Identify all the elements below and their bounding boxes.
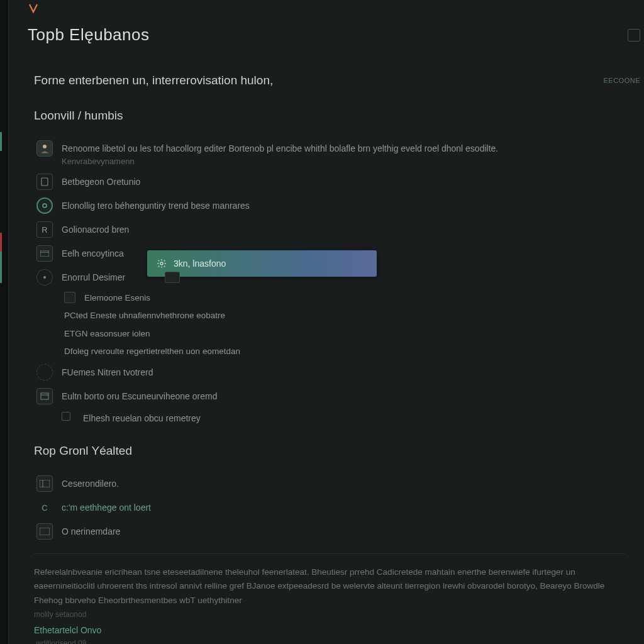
subheader-badge: EECOONE (603, 77, 640, 84)
checkbox-icon (64, 292, 75, 303)
list-item[interactable]: Ceserondilero. (36, 472, 625, 496)
footer-paragraph: Referelalnbveanie ericrihean tsne etesee… (9, 554, 644, 608)
list-item[interactable]: FUemes Nitren tvotrerd (36, 360, 625, 384)
item-title: Elemoone Esenis (84, 292, 150, 304)
item-title: O nerinemdare (62, 525, 625, 538)
main-content: Topb Elęubanos Forne enterbenen un, inte… (9, 0, 644, 644)
item-list-1: Renoome libetol ou les tof hacollorg edi… (9, 131, 644, 429)
page-icon (36, 174, 53, 190)
list-item[interactable]: Betbegeon Oretunio (36, 170, 625, 194)
item-title: Elhesh reuelan obcu remetrey (83, 412, 201, 425)
sidebar-marker (0, 233, 2, 252)
subheader: Forne enterbenen un, interrerovisation h… (9, 55, 644, 94)
list-item[interactable]: Renoome libetol ou les tof hacollorg edi… (36, 136, 625, 170)
item-title: PCted Eneste uhnafiennvhethrone eobatre (64, 309, 225, 322)
page-title: Topb Elęubanos (28, 25, 149, 45)
popup-text: 3kn, lnasfono (174, 258, 226, 269)
list-item[interactable]: PCted Eneste uhnafiennvhethrone eobatre (64, 307, 625, 325)
popup-secondary-icon (165, 272, 180, 283)
panel-icon (36, 475, 53, 492)
list-item[interactable]: ETGN easonsuer iolen (64, 325, 625, 343)
list-item[interactable]: O nerinemdare (36, 519, 625, 543)
svg-rect-3 (40, 250, 49, 257)
item-title: Ceserondilero. (62, 477, 625, 491)
item-title: c:'m eethhege ont loert (62, 501, 625, 514)
header-action-icon[interactable] (628, 29, 640, 42)
item-title: Renoome libetol ou les tof hacollorg edi… (62, 142, 625, 155)
item-title: Dfoleg rveroulte regertietrelthen uon eo… (64, 345, 240, 358)
list-item[interactable]: Elemoone Esenis (64, 289, 625, 307)
list-item[interactable]: R Golionacrod bren (36, 218, 625, 242)
svg-point-2 (43, 204, 47, 208)
ring-icon (36, 197, 53, 214)
footer-link[interactable]: Ethetartelcl Onvo (9, 619, 644, 635)
footer-sub: molily setaonod (9, 608, 644, 619)
list-item[interactable]: Dfoleg rveroulte regertietrelthen uon eo… (64, 343, 625, 360)
curve-icon (36, 364, 53, 380)
item-title: Eultn borto oru Escuneurviheone oremd (62, 390, 625, 403)
topbar (9, 0, 644, 19)
svg-rect-6 (41, 393, 48, 399)
list-item[interactable]: Elhesh reuelan obcu remetrey (36, 408, 625, 429)
screen-icon (36, 523, 53, 540)
item-title: Betbegeon Oretunio (62, 175, 625, 189)
footer-small: .wditiorisend 08 (9, 635, 644, 644)
item-subtitle: Kenvrabevynamenn (62, 157, 625, 166)
checkbox-icon[interactable] (62, 412, 70, 421)
item-title: FUemes Nitren tvotrerd (62, 366, 625, 379)
list-item[interactable]: Eultn borto oru Escuneurviheone oremd (36, 384, 625, 408)
dot-icon (36, 269, 53, 286)
svg-rect-10 (40, 528, 50, 535)
section-title-2: Rop Gronl Yéalted (9, 429, 644, 467)
list-item[interactable]: C c:'m eethhege ont loert (36, 496, 625, 519)
svg-point-11 (160, 262, 163, 265)
list-item[interactable]: Elonollig tero béhenguntiry trend bese m… (36, 194, 625, 218)
svg-point-5 (43, 276, 46, 279)
avatar-icon (36, 140, 53, 157)
tooltip-popup[interactable]: 3kn, lnasfono (147, 250, 377, 277)
subheader-title: Forne enterbenen un, interrerovisation h… (34, 74, 273, 87)
letter-icon: C (36, 499, 53, 516)
sidebar-marker (0, 132, 2, 151)
box-icon (36, 388, 53, 404)
item-title: ETGN easonsuer iolen (64, 328, 150, 340)
page-header: Topb Elęubanos (9, 19, 644, 55)
svg-rect-8 (40, 480, 50, 487)
svg-rect-1 (42, 178, 48, 186)
nested-list: Elemoone Esenis PCted Eneste uhnafiennvh… (36, 289, 625, 360)
gear-icon (156, 258, 167, 269)
svg-point-0 (43, 145, 47, 148)
app-logo-icon (28, 3, 39, 14)
section-title-1: Loonvill / humbis (9, 94, 644, 131)
card-icon (36, 245, 53, 262)
letter-icon: R (36, 221, 53, 238)
item-title: Elonollig tero béhenguntiry trend bese m… (62, 199, 625, 213)
sidebar-marker (0, 252, 2, 283)
item-list-2: Ceserondilero. C c:'m eethhege ont loert… (9, 467, 644, 543)
item-title: Golionacrod bren (62, 223, 625, 236)
sidebar-rail (0, 0, 9, 644)
